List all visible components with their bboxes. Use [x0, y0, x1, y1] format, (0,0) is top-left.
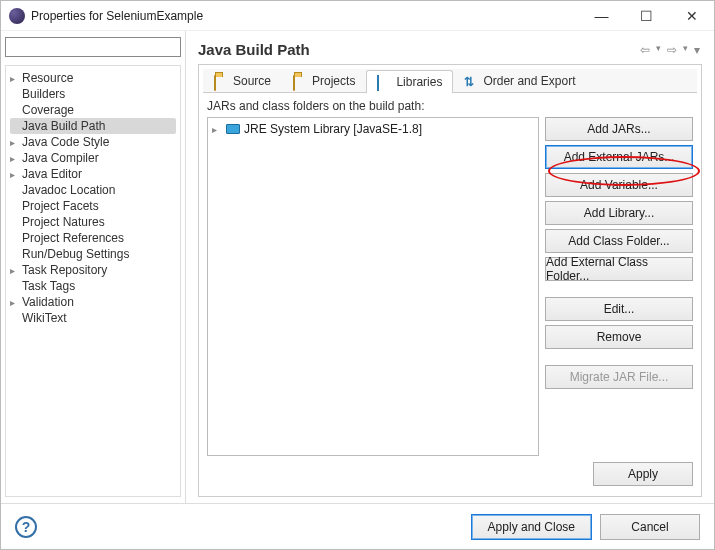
tab-label: Source: [233, 74, 271, 88]
nav-arrows: ⇦▾ ⇨▾ ▾: [638, 43, 702, 57]
sidebar: ▸ResourceBuildersCoverageJava Build Path…: [1, 31, 186, 503]
sidebar-item-label: Builders: [22, 87, 65, 101]
chevron-right-icon: ▸: [10, 297, 20, 308]
sidebar-item-project-natures[interactable]: Project Natures: [10, 214, 176, 230]
page-title: Java Build Path: [198, 41, 310, 58]
sidebar-item-coverage[interactable]: Coverage: [10, 102, 176, 118]
sidebar-item-label: Task Repository: [22, 263, 107, 277]
library-label: JRE System Library [JavaSE-1.8]: [244, 122, 422, 136]
add-variable-button[interactable]: Add Variable...: [545, 173, 693, 197]
chevron-right-icon: ▸: [10, 137, 20, 148]
cancel-button[interactable]: Cancel: [600, 514, 700, 540]
eclipse-icon: [9, 8, 25, 24]
sidebar-item-label: WikiText: [22, 311, 67, 325]
chevron-right-icon: ▸: [10, 153, 20, 164]
property-tree[interactable]: ▸ResourceBuildersCoverageJava Build Path…: [5, 65, 181, 497]
remove-button[interactable]: Remove: [545, 325, 693, 349]
dialog-footer: ? Apply and Close Cancel: [1, 503, 714, 549]
filter-input[interactable]: [5, 37, 181, 57]
help-icon[interactable]: ?: [15, 516, 37, 538]
apply-and-close-button[interactable]: Apply and Close: [471, 514, 592, 540]
add-class-folder-button[interactable]: Add Class Folder...: [545, 229, 693, 253]
side-buttons: Add JARs... Add External JARs... Add Var…: [545, 117, 693, 456]
tab-order-and-export[interactable]: ⇅Order and Export: [453, 69, 586, 92]
tab-projects[interactable]: Projects: [282, 69, 366, 92]
add-external-class-folder-button[interactable]: Add External Class Folder...: [545, 257, 693, 281]
sidebar-item-project-references[interactable]: Project References: [10, 230, 176, 246]
sidebar-item-resource[interactable]: ▸Resource: [10, 70, 176, 86]
tab-label: Projects: [312, 74, 355, 88]
sidebar-item-label: Task Tags: [22, 279, 75, 293]
main-panel: Java Build Path ⇦▾ ⇨▾ ▾ SourceProjectsLi…: [186, 31, 714, 503]
add-library-button[interactable]: Add Library...: [545, 201, 693, 225]
forward-icon[interactable]: ⇨: [665, 43, 679, 57]
sidebar-item-java-compiler[interactable]: ▸Java Compiler: [10, 150, 176, 166]
sidebar-item-label: Java Code Style: [22, 135, 109, 149]
sidebar-item-label: Validation: [22, 295, 74, 309]
chevron-right-icon: ▸: [10, 169, 20, 180]
sidebar-item-validation[interactable]: ▸Validation: [10, 294, 176, 310]
tab-libraries[interactable]: Libraries: [366, 70, 453, 93]
sidebar-item-project-facets[interactable]: Project Facets: [10, 198, 176, 214]
tab-label: Libraries: [396, 75, 442, 89]
tabs-row: SourceProjectsLibraries⇅Order and Export: [203, 69, 697, 93]
properties-dialog: Properties for SeleniumExample — ☐ ✕ ▸Re…: [0, 0, 715, 550]
sidebar-item-run-debug-settings[interactable]: Run/Debug Settings: [10, 246, 176, 262]
menu-chevron-icon[interactable]: ▾: [692, 43, 702, 57]
sidebar-item-label: Project Natures: [22, 215, 105, 229]
sidebar-item-label: Project Facets: [22, 199, 99, 213]
chevron-right-icon: ▸: [10, 73, 20, 84]
sidebar-item-task-tags[interactable]: Task Tags: [10, 278, 176, 294]
sidebar-item-builders[interactable]: Builders: [10, 86, 176, 102]
sidebar-item-label: Java Build Path: [22, 119, 105, 133]
order-icon: ⇅: [464, 75, 478, 87]
prompt-label: JARs and class folders on the build path…: [203, 93, 697, 117]
sidebar-item-java-code-style[interactable]: ▸Java Code Style: [10, 134, 176, 150]
edit-button[interactable]: Edit...: [545, 297, 693, 321]
library-icon: [377, 76, 391, 88]
library-item[interactable]: ▸ JRE System Library [JavaSE-1.8]: [212, 122, 534, 136]
add-external-jars-button[interactable]: Add External JARs...: [545, 145, 693, 169]
sidebar-item-javadoc-location[interactable]: Javadoc Location: [10, 182, 176, 198]
build-path-panel: SourceProjectsLibraries⇅Order and Export…: [198, 64, 702, 497]
back-icon[interactable]: ⇦: [638, 43, 652, 57]
folder-icon: [293, 75, 307, 87]
window-title: Properties for SeleniumExample: [31, 9, 203, 23]
maximize-button[interactable]: ☐: [624, 1, 669, 30]
library-icon: [226, 124, 240, 134]
folder-icon: [214, 75, 228, 87]
apply-button[interactable]: Apply: [593, 462, 693, 486]
sidebar-item-task-repository[interactable]: ▸Task Repository: [10, 262, 176, 278]
close-button[interactable]: ✕: [669, 1, 714, 30]
sidebar-item-java-editor[interactable]: ▸Java Editor: [10, 166, 176, 182]
sidebar-item-label: Project References: [22, 231, 124, 245]
minimize-button[interactable]: —: [579, 1, 624, 30]
chevron-right-icon[interactable]: ▸: [212, 124, 222, 135]
sidebar-item-label: Javadoc Location: [22, 183, 115, 197]
sidebar-item-label: Coverage: [22, 103, 74, 117]
sidebar-item-java-build-path[interactable]: Java Build Path: [10, 118, 176, 134]
sidebar-item-label: Run/Debug Settings: [22, 247, 129, 261]
titlebar: Properties for SeleniumExample — ☐ ✕: [1, 1, 714, 31]
chevron-right-icon: ▸: [10, 265, 20, 276]
tab-source[interactable]: Source: [203, 69, 282, 92]
sidebar-item-wikitext[interactable]: WikiText: [10, 310, 176, 326]
sidebar-item-label: Java Compiler: [22, 151, 99, 165]
migrate-jar-button: Migrate JAR File...: [545, 365, 693, 389]
tab-label: Order and Export: [483, 74, 575, 88]
sidebar-item-label: Java Editor: [22, 167, 82, 181]
libraries-tree[interactable]: ▸ JRE System Library [JavaSE-1.8]: [207, 117, 539, 456]
sidebar-item-label: Resource: [22, 71, 73, 85]
add-jars-button[interactable]: Add JARs...: [545, 117, 693, 141]
